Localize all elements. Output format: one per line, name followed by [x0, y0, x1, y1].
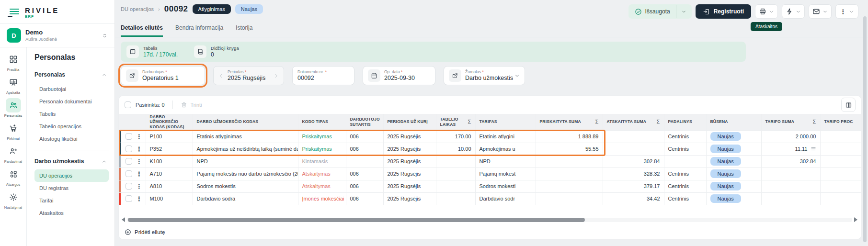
cell-tariff-sum[interactable]	[761, 180, 820, 192]
register-button[interactable]: Registruoti	[696, 4, 751, 19]
cell-branch[interactable]: Centrinis	[664, 168, 706, 180]
row-kebab-icon[interactable]: ⋮	[136, 133, 142, 140]
banner-chip-didžioji-knyga[interactable]: Didžioji knyga0	[194, 45, 239, 58]
cell-time[interactable]	[436, 168, 475, 180]
cell-code[interactable]: A810	[146, 180, 193, 192]
cell-period[interactable]: 2025 Rugsėjis	[383, 180, 436, 192]
cell-time[interactable]	[436, 180, 475, 192]
cell-branch[interactable]	[664, 155, 706, 168]
cell-deducted[interactable]: 34.42	[603, 192, 664, 205]
nav-rail-item-pradzia[interactable]: Pradžia	[1, 52, 26, 72]
cell-tariff-sum[interactable]: 302.84	[761, 155, 820, 168]
field-žurnalas[interactable]: Žurnalas *Darbo užmokestis	[444, 66, 525, 85]
cell-accrued[interactable]: 1 888.89	[536, 130, 603, 143]
field-darbuotojas[interactable]: Darbuotojas *Operatorius 1	[121, 66, 205, 85]
cell-contract[interactable]: 006	[346, 130, 383, 143]
cell-name[interactable]: Darbdavio sodra	[193, 192, 298, 205]
row-checkbox[interactable]	[126, 133, 132, 140]
cell-contract[interactable]: 006	[346, 180, 383, 192]
add-row-button[interactable]: Pridėti eilutę	[125, 229, 165, 235]
select-all-checkbox[interactable]	[125, 101, 131, 108]
nav-rail-item-pardavimai[interactable]: Pardavimai	[1, 144, 26, 164]
nav-rail-item-personalas[interactable]: Personalas	[1, 98, 26, 118]
cell-name[interactable]: Apmokėjimas už neišdirbtą laiką (suminė …	[193, 143, 298, 155]
scrollbar-thumb[interactable]	[128, 218, 585, 222]
field-op-data[interactable]: Op. data *2025-09-30	[363, 66, 435, 85]
scrollbar-track[interactable]	[127, 218, 852, 222]
cell-branch[interactable]: Centrinis	[664, 143, 706, 155]
sigma-icon[interactable]: Σ	[657, 119, 660, 125]
more-actions-button[interactable]: ⋮	[835, 4, 858, 19]
cell-type[interactable]: Atskaitymas	[298, 180, 346, 192]
page-scrollbar-vertical[interactable]	[863, 0, 867, 246]
print-button[interactable]: Ataskaitos	[755, 4, 778, 19]
row-kebab-icon[interactable]: ⋮	[136, 170, 142, 178]
cell-code[interactable]: K100	[146, 155, 193, 168]
sidebar-item-darbuotojai[interactable]: Darbuotojai	[34, 83, 109, 95]
cell-tariff-pct[interactable]	[820, 168, 861, 180]
field-dokumento-nr[interactable]: Dokumento nr. *00092	[292, 66, 354, 85]
cell-period[interactable]: 2025 Rugsėjis	[383, 155, 436, 168]
cell-name[interactable]: Pajamų mokestis nuo darbo užmokesčio (20	[193, 168, 298, 180]
sidebar-item-tabelio-operacijos[interactable]: Tabelio operacijos	[34, 120, 109, 133]
cell-branch[interactable]: Centrinis	[664, 130, 706, 143]
cell-time[interactable]: 170.00	[436, 130, 475, 143]
column-header-tarifo-proc[interactable]: TARIFO PROC	[820, 114, 861, 130]
row-kebab-icon[interactable]: ⋮	[136, 158, 142, 165]
sigma-icon[interactable]: Σ	[468, 119, 471, 125]
cell-time[interactable]: 10.00	[436, 143, 475, 155]
tab-bendra-informacija[interactable]: Bendra informacija	[175, 24, 223, 37]
sidebar-section-darbo-užmokestis[interactable]: Darbo užmokestis	[34, 155, 109, 168]
sidebar-item-du-operacijos[interactable]: DU operacijos	[34, 169, 109, 182]
sigma-icon[interactable]: Σ	[813, 119, 816, 125]
sidebar-item-atostogų-likučiai[interactable]: Atostogų likučiai	[34, 133, 109, 145]
status-badge[interactable]: Naujas	[710, 145, 741, 153]
cell-period[interactable]: 2025 Rugsėjis	[383, 130, 436, 143]
row-kebab-icon[interactable]: ⋮	[136, 145, 142, 153]
column-header-kodo-tipas[interactable]: KODO TIPAS	[298, 114, 346, 130]
cell-code[interactable]: M100	[146, 192, 193, 205]
chevron-down-icon[interactable]	[514, 73, 520, 78]
cell-tariff[interactable]: Darbdavio sodr	[475, 192, 536, 205]
brand-logo[interactable]: RIVILE ERP	[0, 0, 114, 23]
cell-tariff-pct[interactable]	[820, 130, 861, 143]
cell-contract[interactable]: 006	[346, 192, 383, 205]
row-kebab-icon[interactable]: ⋮	[136, 195, 142, 202]
nav-rail-item-atsargos[interactable]: Atsargos	[1, 167, 26, 187]
column-header-padalinys[interactable]: PADALINYS	[664, 114, 706, 130]
field-periodas[interactable]: Periodas *2025 Rugsėjis	[213, 66, 284, 85]
column-header-tarifas[interactable]: TARIFAS	[475, 114, 536, 130]
scroll-right-arrow[interactable]	[854, 217, 857, 222]
cell-code[interactable]: A710	[146, 168, 193, 180]
column-header-atskaityta-suma[interactable]: ATSKAITYTA SUMAΣ	[603, 114, 664, 130]
cell-tariff-pct[interactable]	[820, 192, 861, 205]
cell-period[interactable]: 2025 Rugsėjis	[383, 192, 436, 205]
cell-branch[interactable]: Centrinis	[664, 192, 706, 205]
cell-period[interactable]: 2025 Rugsėjis	[383, 143, 436, 155]
cell-time[interactable]	[436, 155, 475, 168]
cell-type[interactable]: Priskaitymas	[298, 130, 346, 143]
cell-accrued[interactable]	[536, 192, 603, 205]
column-header-tarifo-suma[interactable]: TARIFO SUMAΣ	[761, 114, 820, 130]
cell-code[interactable]: P352	[146, 143, 193, 155]
sidebar-item-tarifai[interactable]: Tarifai	[34, 194, 109, 207]
sidebar-item-tabelis[interactable]: Tabelis	[34, 108, 109, 120]
nav-rail-item-nustatymai[interactable]: Nustatymai	[1, 190, 26, 210]
cell-deducted[interactable]: 379.17	[603, 180, 664, 192]
column-settings-button[interactable]	[841, 98, 856, 112]
cell-type[interactable]: Atskaitymas	[298, 168, 346, 180]
cell-branch[interactable]: Centrinis	[664, 180, 706, 192]
row-checkbox[interactable]	[126, 183, 132, 190]
row-checkbox[interactable]	[126, 195, 132, 202]
cell-tariff[interactable]: NPD	[475, 155, 536, 168]
saved-split-button[interactable]: Išsaugota	[628, 4, 692, 19]
cell-tariff-sum[interactable]: 2 000.00	[761, 130, 820, 143]
tab-detalios-eilutės[interactable]: Detalios eilutės	[121, 24, 163, 37]
row-menu-icon[interactable]	[811, 146, 816, 152]
cell-type[interactable]: Įmonės mokesčiai	[298, 192, 346, 205]
cell-accrued[interactable]	[536, 180, 603, 192]
row-checkbox[interactable]	[126, 170, 132, 177]
column-header-tabelio-laikas[interactable]: TABELIO LAIKASΣ	[436, 114, 475, 130]
cell-tariff-pct[interactable]	[820, 180, 861, 192]
cell-tariff-pct[interactable]	[820, 155, 861, 168]
